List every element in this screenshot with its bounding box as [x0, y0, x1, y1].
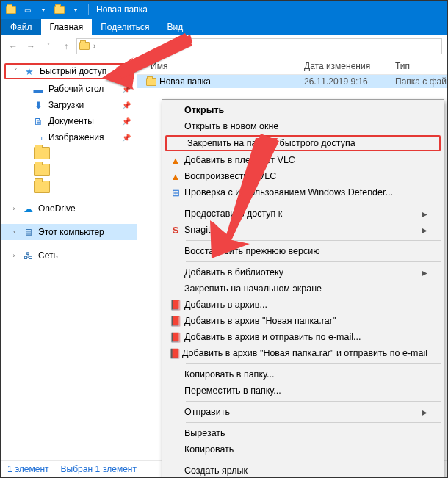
ribbon-tabs: Файл Главная Поделиться Вид [1, 18, 447, 35]
folder-icon [4, 2, 18, 17]
ctx-pin-quick-access[interactable]: Закрепить на панели быстрого доступа [165, 135, 441, 151]
qat-overflow[interactable]: ▾ [68, 2, 83, 17]
tree-label: OneDrive [38, 203, 76, 214]
ctx-create-shortcut[interactable]: Создать ярлык [164, 463, 442, 478]
qat-item[interactable]: ▭ [20, 2, 35, 17]
ctx-defender[interactable]: ⊞Проверка с использованием Windows Defen… [164, 184, 442, 200]
context-menu: Открыть Открыть в новом окне Закрепить н… [162, 99, 444, 478]
window-title: Новая папка [96, 4, 148, 15]
ctx-snagit[interactable]: SSnagit▶ [164, 222, 442, 238]
tree-desktop[interactable]: ▬ Рабочий стол 📌 [12, 81, 137, 97]
ctx-vlc-add[interactable]: ▲Добавить в плейлист VLC [164, 152, 442, 168]
tree-label: Изображения [48, 132, 104, 142]
ctx-separator [186, 460, 441, 460]
ctx-open-new-window[interactable]: Открыть в новом окне [164, 118, 442, 134]
cloud-icon: ☁ [22, 203, 34, 214]
tree-label: Документы [48, 116, 94, 126]
tree-documents[interactable]: 🗎 Документы 📌 [12, 113, 137, 129]
ctx-open[interactable]: Открыть [164, 102, 442, 118]
chevron-right-icon: ▶ [422, 408, 427, 416]
ctx-vlc-play[interactable]: ▲Воспроизвести в VLC [164, 168, 442, 184]
ctx-rar-add-named[interactable]: 📕Добавить в архив "Новая папка.rar" [164, 313, 442, 329]
pc-icon: 🖥 [22, 226, 34, 238]
tab-view[interactable]: Вид [158, 19, 192, 35]
pinned-folder-3[interactable] [34, 181, 50, 193]
vlc-icon: ▲ [167, 171, 184, 182]
tab-share[interactable]: Поделиться [92, 19, 158, 35]
tree-label: Этот компьютер [38, 227, 104, 237]
file-date: 26.11.2019 9:16 [304, 76, 395, 87]
desktop-icon: ▬ [32, 83, 44, 95]
file-type: Папка с фай [395, 76, 447, 87]
nav-forward[interactable]: → [24, 39, 38, 54]
document-icon: 🗎 [32, 115, 44, 127]
rar-icon: 📕 [167, 300, 184, 311]
pin-icon: 📌 [122, 117, 131, 126]
ctx-restore[interactable]: Восстановить прежнюю версию [164, 243, 442, 259]
rar-icon: 📕 [167, 348, 182, 359]
ctx-separator [186, 261, 441, 262]
ctx-send-to[interactable]: Отправить▶ [164, 404, 442, 420]
quick-access-toolbar: ▭ ▾ ▾ [1, 2, 85, 17]
ctx-move-to[interactable]: Переместить в папку... [164, 383, 442, 399]
tab-file[interactable]: Файл [1, 19, 41, 35]
shield-icon: ⊞ [167, 187, 184, 198]
ctx-copy-to[interactable]: Копировать в папку... [164, 366, 442, 383]
nav-recent[interactable]: ˅ [41, 39, 56, 54]
tree-pictures[interactable]: ▭ Изображения 📌 [12, 129, 137, 145]
col-name[interactable]: Имя [151, 61, 304, 71]
tree-onedrive[interactable]: › ☁ OneDrive [1, 200, 137, 217]
download-icon: ⬇ [32, 99, 44, 111]
rar-icon: 📕 [167, 332, 184, 343]
ctx-rar-email-named[interactable]: 📕Добавить в архив "Новая папка.rar" и от… [164, 345, 442, 361]
tab-home[interactable]: Главная [41, 19, 93, 35]
ctx-share-access[interactable]: Предоставить доступ к▶ [164, 206, 442, 222]
tree-downloads[interactable]: ⬇ Загрузки 📌 [12, 97, 137, 113]
folder-icon [79, 40, 90, 52]
file-name: Новая папка [159, 76, 304, 87]
chevron-right-icon: ▶ [422, 226, 427, 234]
pinned-folder-1[interactable] [34, 147, 50, 159]
caret-icon: › [10, 205, 18, 212]
ctx-separator [186, 363, 441, 364]
tree-label: Загрузки [48, 100, 84, 110]
vlc-icon: ▲ [167, 155, 184, 166]
nav-tree: ˅ ★ Быстрый доступ ▬ Рабочий стол 📌 ⬇ За… [1, 57, 137, 463]
chevron-right-icon: ▶ [422, 210, 427, 218]
ctx-separator [186, 401, 441, 402]
ctx-separator [186, 422, 441, 423]
ctx-separator [186, 203, 441, 203]
pin-icon: 📌 [122, 134, 131, 142]
ctx-cut[interactable]: Вырезать [164, 425, 442, 441]
ctx-rar-email[interactable]: 📕Добавить в архив и отправить по e-mail.… [164, 329, 442, 345]
pinned-folder-2[interactable] [34, 164, 50, 176]
ctx-separator [186, 240, 441, 241]
col-type[interactable]: Тип [395, 61, 447, 71]
nav-up[interactable]: ↑ [59, 39, 73, 54]
nav-row: ← → ˅ ↑ › [1, 35, 447, 57]
caret-icon: ˅ [12, 68, 19, 75]
address-bar[interactable]: › [76, 38, 442, 54]
status-count: 1 элемент [7, 464, 49, 474]
nav-back[interactable]: ← [6, 39, 21, 54]
caret-icon: › [10, 228, 18, 236]
tree-this-pc[interactable]: › 🖥 Этот компьютер [1, 224, 137, 240]
status-selection: Выбран 1 элемент [61, 464, 137, 474]
network-icon: 🖧 [22, 250, 34, 261]
ctx-add-library[interactable]: Добавить в библиотеку▶ [164, 264, 442, 280]
tree-network[interactable]: › 🖧 Сеть [1, 247, 137, 264]
columns-header: Имя Дата изменения Тип [137, 57, 447, 75]
tree-label: Сеть [38, 250, 58, 261]
caret-icon: › [10, 252, 18, 259]
qat-dropdown[interactable]: ▾ [36, 2, 51, 17]
qat-item-2[interactable] [52, 2, 67, 17]
tree-quick-access[interactable]: ˅ ★ Быстрый доступ [4, 63, 134, 79]
file-row[interactable]: Новая папка 26.11.2019 9:16 Папка с фай [137, 75, 447, 88]
breadcrumb-sep: › [93, 42, 95, 50]
snagit-icon: S [167, 225, 184, 236]
folder-icon [143, 78, 159, 86]
ctx-rar-add[interactable]: 📕Добавить в архив... [164, 297, 442, 313]
ctx-pin-start[interactable]: Закрепить на начальном экране [164, 280, 442, 297]
col-date[interactable]: Дата изменения [304, 61, 395, 71]
ctx-copy[interactable]: Копировать [164, 441, 442, 457]
